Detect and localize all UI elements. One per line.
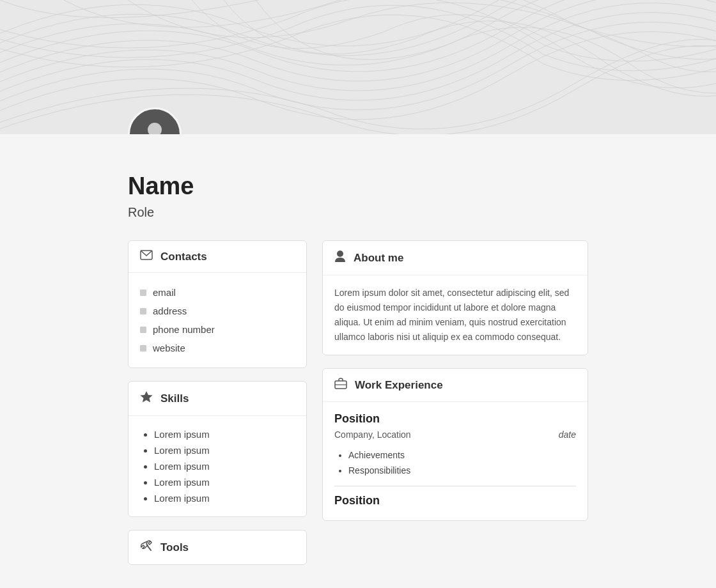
contact-phone-label: phone number (153, 324, 215, 335)
work-label: Work Experience (355, 379, 443, 392)
bullet-icon (140, 290, 146, 296)
work-list-1: Achievements Responsibilities (334, 447, 576, 478)
contacts-header: Contacts (128, 241, 306, 273)
work-bullet-2: Responsibilities (348, 463, 576, 478)
contact-item-phone: phone number (140, 320, 295, 339)
position-block-2: Position (334, 494, 576, 507)
bullet-icon (140, 345, 146, 352)
contact-item-email: email (140, 283, 295, 302)
person-icon (139, 118, 171, 134)
wave-decoration (0, 0, 716, 134)
work-bullet-1: Achievements (348, 447, 576, 463)
contact-website-label: website (153, 343, 185, 353)
contact-email-label: email (153, 287, 176, 298)
contact-address-label: address (153, 306, 187, 316)
person-about-icon (334, 250, 346, 266)
about-label: About me (354, 252, 403, 265)
position-title-2: Position (334, 494, 576, 507)
svg-marker-2 (141, 391, 153, 403)
svg-line-3 (147, 545, 151, 550)
header-banner (0, 0, 716, 134)
tools-label: Tools (160, 541, 189, 554)
star-icon (140, 391, 153, 406)
envelope-icon (140, 250, 153, 263)
about-card: About me Lorem ipsum dolor sit amet, con… (322, 240, 588, 355)
skill-item-2: Lorem ipsum (154, 442, 295, 458)
company-row-1: Company, Location date (334, 429, 576, 440)
page-wrapper: Name Role Contacts (0, 0, 716, 588)
main-content: Name Role Contacts (0, 134, 716, 588)
skill-item-3: Lorem ipsum (154, 458, 295, 474)
company-text-1: Company, Location (334, 429, 411, 440)
contact-item-website: website (140, 339, 295, 357)
work-header: Work Experience (323, 369, 588, 402)
contacts-label: Contacts (160, 251, 207, 263)
work-divider (334, 486, 576, 486)
contacts-card: Contacts email address pho (128, 240, 307, 368)
work-body: Position Company, Location date Achievem… (323, 402, 588, 520)
skills-card: Skills Lorem ipsum Lorem ipsum Lorem ips… (128, 381, 307, 517)
skill-item-1: Lorem ipsum (154, 426, 295, 442)
contacts-body: email address phone number website (128, 273, 306, 368)
position-title-1: Position (334, 412, 576, 426)
avatar (128, 107, 182, 134)
skills-body: Lorem ipsum Lorem ipsum Lorem ipsum Lore… (128, 416, 306, 516)
profile-name: Name (128, 173, 588, 200)
skills-list: Lorem ipsum Lorem ipsum Lorem ipsum Lore… (140, 426, 295, 506)
skills-header: Skills (128, 382, 306, 416)
skill-item-5: Lorem ipsum (154, 490, 295, 506)
briefcase-icon (334, 378, 347, 392)
bullet-icon (140, 308, 146, 314)
about-text: Lorem ipsum dolor sit amet, consectetur … (334, 286, 576, 344)
position-block-1: Position Company, Location date Achievem… (334, 412, 576, 478)
skills-label: Skills (160, 392, 189, 405)
col-left: Contacts email address pho (128, 240, 307, 565)
about-header: About me (323, 241, 588, 275)
bullet-icon (140, 327, 146, 333)
col-right: About me Lorem ipsum dolor sit amet, con… (322, 240, 588, 565)
tools-header: Tools (128, 530, 306, 564)
profile-role: Role (128, 205, 588, 220)
tools-card: Tools (128, 530, 307, 565)
svg-point-4 (337, 251, 343, 257)
columns: Contacts email address pho (128, 240, 588, 565)
work-experience-card: Work Experience Position Company, Locati… (322, 368, 588, 521)
skill-item-4: Lorem ipsum (154, 474, 295, 490)
contact-item-address: address (140, 302, 295, 320)
svg-point-0 (148, 123, 162, 134)
avatar-wrapper (128, 107, 182, 134)
wrench-icon (140, 539, 153, 555)
date-text-1: date (559, 429, 576, 440)
about-body: Lorem ipsum dolor sit amet, consectetur … (323, 275, 588, 355)
